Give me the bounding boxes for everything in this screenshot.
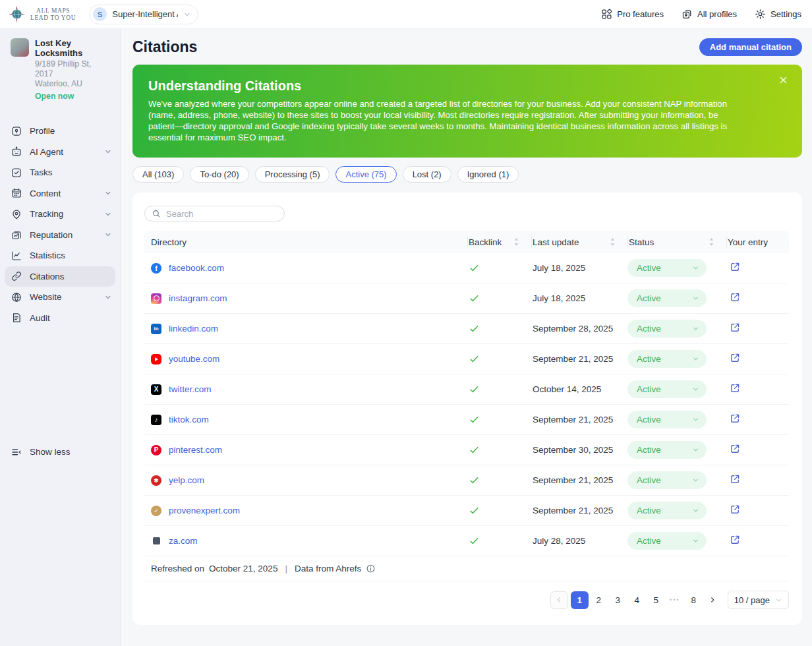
status-select[interactable]: Active (627, 411, 707, 428)
table-body: f facebook.com July 18, 2025 Active (144, 253, 789, 556)
status-select[interactable]: Active (627, 532, 707, 550)
status-select[interactable]: Active (627, 259, 707, 277)
directory-link[interactable]: tiktok.com (169, 415, 209, 425)
review-cards-icon (11, 229, 22, 241)
directory-link[interactable]: yelp.com (169, 475, 204, 485)
column-header-status: Status (627, 231, 726, 253)
external-link-icon[interactable] (729, 322, 741, 334)
twitter-favicon: X (151, 384, 161, 395)
sidebar-show-less[interactable]: Show less (0, 442, 120, 463)
directory-link[interactable]: linkedin.com (169, 324, 218, 334)
filter-pill-ignored[interactable]: Ignored (1) (457, 166, 519, 183)
external-link-icon[interactable] (729, 352, 741, 364)
instagram-favicon (151, 293, 161, 304)
backlink-check-icon (469, 505, 531, 516)
pagination-page-1[interactable]: 1 (571, 591, 589, 609)
external-link-icon[interactable] (729, 291, 741, 303)
add-manual-citation-button[interactable]: Add manual citation (699, 38, 802, 56)
chevron-down-icon (104, 210, 112, 218)
sidebar: Lost Key Locksmiths 9/189 Phillip St, 20… (0, 29, 121, 646)
directory-link[interactable]: facebook.com (169, 263, 224, 273)
sidebar-item-audit[interactable]: Audit (0, 308, 120, 329)
backlink-check-icon (469, 535, 531, 546)
table-row: ✓ provenexpert.com September 21, 2025 Ac… (144, 496, 789, 526)
pagination-page-5[interactable]: 5 (647, 591, 665, 609)
directory-link[interactable]: provenexpert.com (169, 506, 240, 515)
pro-features-button[interactable]: Pro features (601, 9, 664, 20)
pagination-page-4[interactable]: 4 (628, 591, 646, 609)
sort-icon[interactable] (709, 237, 714, 247)
status-select[interactable]: Active (627, 320, 707, 338)
sidebar-item-profile[interactable]: Profile (0, 121, 120, 142)
external-link-icon[interactable] (729, 382, 741, 394)
directory-link[interactable]: twitter.com (169, 384, 212, 394)
external-link-icon[interactable] (729, 261, 741, 273)
profile-avatar: S (93, 7, 107, 21)
page-size-select[interactable]: 10 / page (728, 591, 789, 609)
directory-link[interactable]: pinterest.com (169, 445, 222, 455)
status-select[interactable]: Active (627, 441, 707, 459)
external-link-icon[interactable] (729, 534, 741, 546)
sidebar-item-tracking[interactable]: Tracking (0, 204, 120, 225)
info-icon[interactable] (366, 564, 376, 573)
app-logo[interactable]: ALL MAPS LEAD TO YOU (8, 5, 76, 23)
sidebar-item-citations[interactable]: Citations (5, 266, 115, 287)
settings-button[interactable]: Settings (755, 9, 801, 20)
pagination-page-8[interactable]: 8 (685, 591, 703, 609)
filter-pill-active[interactable]: Active (75) (335, 166, 396, 183)
pagination-next-button[interactable] (704, 591, 721, 609)
table-row: P pinterest.com September 30, 2025 Activ… (144, 435, 789, 465)
backlink-check-icon (469, 444, 531, 455)
sidebar-item-website[interactable]: Website (0, 287, 120, 308)
directory-link[interactable]: za.com (169, 536, 198, 546)
filter-pill-label: All (103) (142, 169, 174, 179)
pagination-page-2[interactable]: 2 (590, 591, 608, 609)
filter-pill-all[interactable]: All (103) (132, 166, 184, 183)
directory-link[interactable]: instagram.com (169, 293, 227, 303)
sidebar-item-tasks[interactable]: Tasks (0, 162, 120, 183)
pagination-page-3[interactable]: 3 (609, 591, 627, 609)
search-input[interactable] (165, 208, 277, 220)
banner-close-icon[interactable] (778, 75, 788, 85)
pagination: 12345•••8 10 / page (144, 581, 789, 610)
search-box[interactable] (144, 206, 285, 221)
sidebar-item-ai-agent[interactable]: AI Agent (0, 142, 120, 163)
sort-icon[interactable] (610, 237, 616, 247)
open-now-status[interactable]: Open now (35, 92, 111, 101)
sidebar-nav: Profile AI Agent Tasks Content Tracking … (0, 121, 120, 328)
directory-link[interactable]: youtube.com (169, 354, 219, 364)
profile-select[interactable]: S Super-Intelligent AI-S... (89, 5, 198, 24)
last-update-cell: October 14, 2025 (531, 384, 627, 394)
filter-pill-processing[interactable]: Processing (5) (255, 166, 330, 183)
status-select[interactable]: Active (627, 380, 707, 398)
status-select[interactable]: Active (627, 471, 707, 489)
table-row: za.com July 28, 2025 Active (144, 526, 789, 556)
tiktok-favicon: ♪ (151, 415, 161, 425)
sidebar-item-content[interactable]: Content (0, 183, 120, 204)
footer-separator: | (282, 564, 290, 573)
all-profiles-button[interactable]: All profiles (682, 9, 737, 20)
last-update-cell: July 18, 2025 (531, 293, 627, 303)
globe-compass-icon (8, 5, 26, 23)
linkedin-favicon: in (151, 324, 161, 334)
sort-icon[interactable] (513, 237, 519, 247)
status-select[interactable]: Active (627, 502, 707, 519)
sidebar-item-reputation[interactable]: Reputation (0, 225, 120, 246)
pagination-ellipsis[interactable]: ••• (666, 597, 683, 603)
filter-pill-label: Processing (5) (265, 169, 320, 179)
status-select[interactable]: Active (627, 289, 707, 307)
status-select[interactable]: Active (627, 350, 707, 368)
pagination-prev-button[interactable] (550, 591, 568, 609)
banner-title: Understanding Citations (148, 78, 786, 94)
filter-pill-label: Active (75) (345, 169, 386, 179)
chevron-down-icon (104, 293, 112, 301)
filter-pill-lost[interactable]: Lost (2) (403, 166, 451, 183)
facebook-favicon: f (151, 263, 161, 274)
external-link-icon[interactable] (729, 504, 741, 515)
external-link-icon[interactable] (729, 443, 741, 455)
sidebar-item-label: Tasks (30, 167, 53, 177)
sidebar-item-statistics[interactable]: Statistics (0, 245, 120, 266)
external-link-icon[interactable] (729, 473, 741, 485)
filter-pill-to-do[interactable]: To-do (20) (190, 166, 248, 183)
external-link-icon[interactable] (729, 413, 741, 425)
